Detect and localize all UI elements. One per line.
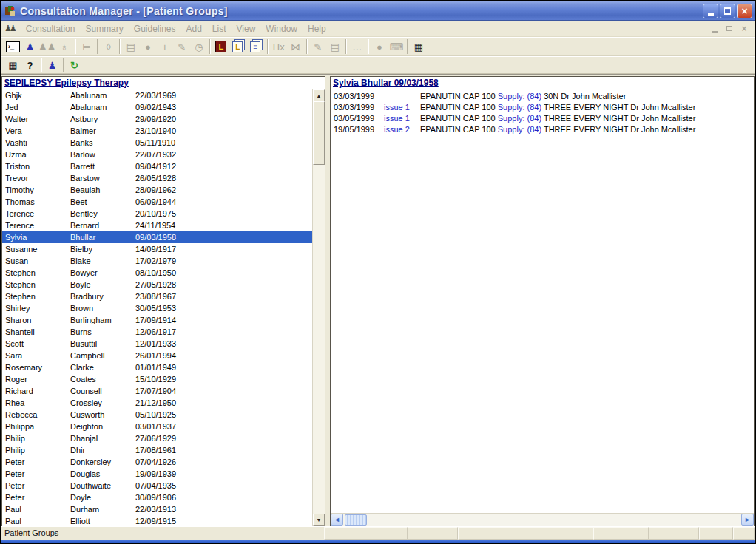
- help-icon[interactable]: ?: [21, 58, 38, 73]
- patient-row[interactable]: PhilippaDeighton03/01/1937: [2, 421, 312, 432]
- medication-record-row[interactable]: 19/05/1999issue 2EPANUTIN CAP 100 Supply…: [331, 124, 754, 135]
- scroll-track[interactable]: [313, 165, 325, 514]
- patient-row[interactable]: RheaCrossley21/12/1950: [2, 397, 312, 409]
- patient-row[interactable]: PhilipDhanjal27/06/1929: [2, 432, 312, 444]
- patient-row[interactable]: ShantellBurns12/06/1917: [2, 326, 312, 338]
- patient-row[interactable]: PaulElliott12/09/1915: [2, 515, 312, 526]
- patient-row[interactable]: RebeccaCusworth05/10/1925: [2, 409, 312, 421]
- patient-row[interactable]: TerenceBentley20/10/1975: [2, 208, 312, 220]
- menu-consultation[interactable]: Consultation: [21, 22, 81, 35]
- restore-button[interactable]: [720, 4, 735, 18]
- patient-row[interactable]: PeterDouthwaite07/04/1935: [2, 480, 312, 492]
- patient-row[interactable]: StephenBowyer08/10/1950: [2, 267, 312, 279]
- record-circle-icon[interactable]: ●: [371, 39, 388, 55]
- appointments-icon[interactable]: ⊨: [78, 39, 95, 55]
- patient-row[interactable]: VashtiBanks05/11/1910: [2, 137, 312, 149]
- scroll-thumb[interactable]: [313, 101, 325, 165]
- filter-grid-icon[interactable]: ▦: [4, 58, 21, 73]
- close-button[interactable]: ×: [737, 4, 752, 18]
- patient-row[interactable]: SaraCampbell26/01/1994: [2, 350, 312, 361]
- mdi-restore-button[interactable]: [725, 24, 734, 33]
- patient-row[interactable]: RosemaryClarke01/01/1949: [2, 361, 312, 373]
- scroll-right-button[interactable]: ►: [741, 514, 754, 526]
- minimize-button[interactable]: [703, 4, 718, 18]
- menu-window[interactable]: Window: [260, 22, 303, 35]
- scroll-down-button[interactable]: ▼: [313, 514, 325, 526]
- patient-first: Rosemary: [5, 361, 70, 373]
- menu-guidelines[interactable]: Guidelines: [129, 22, 181, 35]
- patient-last: Barlow: [70, 149, 135, 160]
- record-horizontal-scrollbar[interactable]: ◄ ►: [331, 513, 754, 526]
- journal-icon[interactable]: ▤: [122, 39, 139, 55]
- menu-help[interactable]: Help: [303, 22, 331, 35]
- status-pane: [649, 527, 699, 540]
- patient-list-scrollbar[interactable]: ▲ ▼: [312, 89, 325, 526]
- patient-row[interactable]: RogerCoates15/10/1929: [2, 373, 312, 385]
- patient-row[interactable]: PhilipDhir17/08/1961: [2, 444, 312, 456]
- patient-dob: 26/01/1994: [135, 350, 312, 361]
- patient-row[interactable]: TerenceBernard24/11/1954: [2, 220, 312, 231]
- patient-row[interactable]: JedAbalunam09/02/1943: [2, 101, 312, 113]
- patient-row[interactable]: PeterDoyle30/09/1906: [2, 492, 312, 503]
- medical-record-icon[interactable]: L: [215, 41, 226, 52]
- scroll-thumb[interactable]: [345, 514, 367, 526]
- patient-row[interactable]: TrevorBarstow26/05/1928: [2, 172, 312, 184]
- record-drug: EPANUTIN CAP 100: [420, 114, 496, 123]
- filter-grid-icon[interactable]: ▦: [410, 39, 427, 55]
- patient-row[interactable]: UzmaBarlow22/07/1932: [2, 149, 312, 160]
- keyboard-icon[interactable]: ⌨: [388, 39, 405, 55]
- patient-row[interactable]: ThomasBeet06/09/1944: [2, 196, 312, 208]
- medication-record-row[interactable]: 03/03/1999issue 1EPANUTIN CAP 100 Supply…: [331, 102, 754, 113]
- more-options-icon[interactable]: …: [348, 39, 365, 55]
- record-copy-icon[interactable]: L: [232, 41, 243, 52]
- medication-record-row[interactable]: 03/05/1999issue 1EPANUTIN CAP 100 Supply…: [331, 113, 754, 124]
- patient-row[interactable]: StephenBradbury23/08/1967: [2, 290, 312, 302]
- patient-row[interactable]: ScottBusuttil12/01/1933: [2, 338, 312, 350]
- patient-row[interactable]: TristonBarrett09/04/1912: [2, 160, 312, 172]
- population-icon[interactable]: ♁: [55, 39, 72, 55]
- patient-row[interactable]: RichardCounsell17/07/1904: [2, 385, 312, 397]
- notepad-icon[interactable]: ▤: [326, 39, 343, 55]
- menu-summary[interactable]: Summary: [80, 22, 128, 35]
- patient-dob: 09/04/1912: [135, 160, 312, 172]
- scroll-left-button[interactable]: ◄: [331, 514, 343, 526]
- patient-row[interactable]: WalterAstbury29/09/1920: [2, 113, 312, 125]
- patient-row[interactable]: StephenBoyle27/05/1928: [2, 279, 312, 290]
- menu-add[interactable]: Add: [181, 22, 207, 35]
- scroll-up-button[interactable]: ▲: [313, 89, 325, 101]
- links-icon[interactable]: ⋈: [287, 39, 304, 55]
- record-pages-icon[interactable]: ≡: [250, 41, 260, 52]
- patient-row[interactable]: PeterDonkersley07/04/1926: [2, 456, 312, 468]
- consultation-form-icon[interactable]: ›_: [6, 41, 20, 52]
- patient-row[interactable]: PeterDouglas19/09/1939: [2, 468, 312, 480]
- select-patient-icon[interactable]: ♟: [21, 39, 38, 55]
- pen-icon[interactable]: ✎: [173, 39, 190, 55]
- health-promotion-icon[interactable]: ●: [139, 39, 156, 55]
- patient-row[interactable]: SharonBurlingham17/09/1914: [2, 314, 312, 326]
- patient-row[interactable]: ShirleyBrown30/05/1953: [2, 302, 312, 314]
- patient-row[interactable]: TimothyBeaulah28/09/1962: [2, 184, 312, 196]
- history-clock-icon[interactable]: ◷: [190, 39, 207, 55]
- patient-row[interactable]: SusanBlake17/02/1979: [2, 255, 312, 267]
- history-hx-icon[interactable]: Hx: [270, 39, 287, 55]
- patient-row[interactable]: VeraBalmer23/10/1940: [2, 125, 312, 137]
- patient-first: Sharon: [5, 314, 70, 326]
- patient-first: Peter: [5, 480, 70, 492]
- select-patient-icon[interactable]: ♟: [44, 58, 61, 73]
- patient-group-icon[interactable]: ♟♟: [38, 39, 55, 55]
- patient-row[interactable]: GhjkAbalunam22/03/1969: [2, 89, 312, 101]
- patient-dob: 07/04/1935: [135, 480, 312, 492]
- menu-view[interactable]: View: [232, 22, 261, 35]
- refresh-icon[interactable]: ↻: [66, 58, 83, 73]
- mdi-close-button[interactable]: ×: [740, 24, 749, 33]
- eraser-icon[interactable]: ◊: [100, 39, 117, 55]
- menu-list[interactable]: List: [207, 22, 232, 35]
- add-entry-icon[interactable]: +: [156, 39, 173, 55]
- medication-record-row[interactable]: 03/03/1999EPANUTIN CAP 100 Supply: (84) …: [331, 91, 754, 102]
- patient-row[interactable]: PaulDurham22/03/1913: [2, 503, 312, 515]
- patient-row[interactable]: SylviaBhullar09/03/1958: [2, 231, 312, 243]
- patient-first: Rebecca: [5, 409, 70, 421]
- pencil-icon[interactable]: ✎: [309, 39, 326, 55]
- patient-row[interactable]: SusanneBielby14/09/1917: [2, 243, 312, 255]
- mdi-minimize-button[interactable]: [710, 24, 719, 33]
